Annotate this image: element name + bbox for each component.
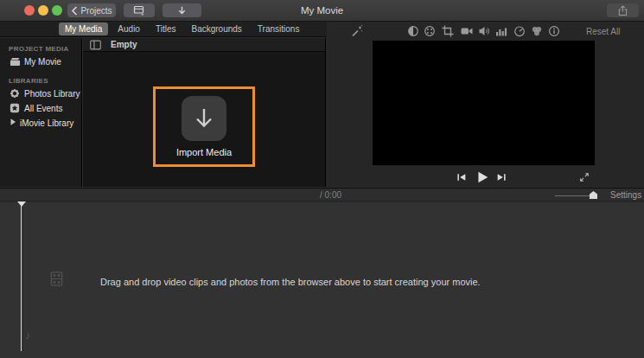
media-browser-pane: Empty Import Media	[83, 38, 326, 187]
timeline-toolbar: / 0:00 Settings	[0, 188, 644, 201]
sidebar-item-label: iMovie Library	[20, 118, 73, 128]
sidebar-item-label: All Events	[24, 104, 62, 113]
tab-my-media[interactable]: My Media	[59, 22, 108, 35]
clip-filter-icon[interactable]	[531, 25, 543, 37]
viewer-pane: Reset All	[327, 22, 644, 187]
play-button[interactable]	[475, 170, 489, 184]
import-media-toolbar-button[interactable]	[163, 3, 201, 17]
project-media-header: PROJECT MEDIA	[0, 43, 81, 54]
sidebar-item-my-movie[interactable]: My Movie	[0, 54, 81, 69]
import-media-label: Import Media	[176, 147, 232, 157]
share-button[interactable]	[607, 3, 639, 17]
browser-header: Empty	[83, 38, 325, 52]
back-to-projects-button[interactable]: Projects	[67, 3, 116, 17]
back-chevron-icon	[71, 6, 78, 16]
share-icon	[617, 5, 628, 16]
project-duration: / 0:00	[320, 190, 341, 200]
sidebar-item-photos-library[interactable]: Photos Library	[0, 86, 81, 101]
timeline-pane[interactable]: Drag and drop video clips and photos fro…	[0, 202, 644, 358]
tab-backgrounds[interactable]: Backgrounds	[185, 22, 247, 35]
import-media-highlight: Import Media	[153, 86, 255, 167]
clapper-icon	[10, 56, 21, 67]
sidebar-item-imovie-library[interactable]: iMovie Library	[0, 116, 81, 131]
media-browser-button[interactable]	[124, 3, 155, 17]
download-arrow-icon	[176, 5, 188, 16]
speed-icon[interactable]	[513, 25, 526, 37]
photos-flower-icon	[10, 88, 21, 99]
timeline-hint-text: Drag and drop video clips and photos fro…	[100, 277, 481, 287]
media-tab-bar: My Media Audio Titles Backgrounds Transi…	[0, 22, 327, 37]
playhead-marker[interactable]	[17, 201, 26, 207]
volume-icon[interactable]	[478, 25, 490, 37]
reset-all-button[interactable]: Reset All	[586, 27, 620, 36]
zoom-window-button[interactable]	[52, 5, 62, 16]
stabilization-icon[interactable]	[461, 25, 473, 37]
crop-icon[interactable]	[442, 25, 454, 37]
browser-status-label: Empty	[111, 40, 137, 49]
projects-button-label: Projects	[80, 6, 112, 16]
filmstrip-placeholder-icon	[50, 272, 63, 286]
tab-titles[interactable]: Titles	[150, 22, 182, 35]
libraries-sidebar: PROJECT MEDIA My Movie LIBRARIES Photos …	[0, 38, 82, 187]
color-balance-icon[interactable]	[407, 25, 419, 37]
tab-audio[interactable]: Audio	[112, 22, 146, 35]
clip-zoom-slider-thumb[interactable]	[590, 191, 597, 199]
sidebar-item-label: Photos Library	[24, 89, 80, 99]
sidebar-toggle-icon[interactable]	[90, 40, 101, 50]
import-media-button[interactable]	[182, 96, 226, 141]
sidebar-item-label: My Movie	[24, 57, 61, 67]
title-bar: My Movie Projects	[0, 0, 644, 22]
disclosure-triangle-icon	[10, 118, 16, 129]
star-square-icon	[10, 103, 21, 114]
enhance-wand-icon[interactable]	[351, 25, 363, 37]
playhead-line	[21, 205, 22, 351]
tab-transitions[interactable]: Transitions	[252, 22, 306, 35]
close-window-button[interactable]	[24, 5, 35, 16]
previous-frame-button[interactable]	[456, 172, 467, 182]
minimize-window-button[interactable]	[38, 5, 48, 16]
download-arrow-icon	[193, 106, 215, 131]
noise-equalizer-icon[interactable]	[495, 25, 507, 37]
clip-info-icon[interactable]	[548, 25, 560, 37]
color-correction-icon[interactable]	[424, 25, 436, 37]
fullscreen-icon[interactable]	[579, 172, 590, 182]
video-preview[interactable]	[373, 41, 595, 165]
media-browser-icon	[133, 4, 145, 16]
imovie-window: My Movie Projects My Media Audio Titles	[0, 0, 644, 358]
music-note-icon: ♪	[25, 329, 30, 342]
sidebar-item-all-events[interactable]: All Events	[0, 101, 81, 116]
libraries-header: LIBRARIES	[0, 75, 81, 86]
timeline-settings-button[interactable]: Settings	[610, 190, 641, 200]
next-frame-button[interactable]	[496, 172, 507, 182]
